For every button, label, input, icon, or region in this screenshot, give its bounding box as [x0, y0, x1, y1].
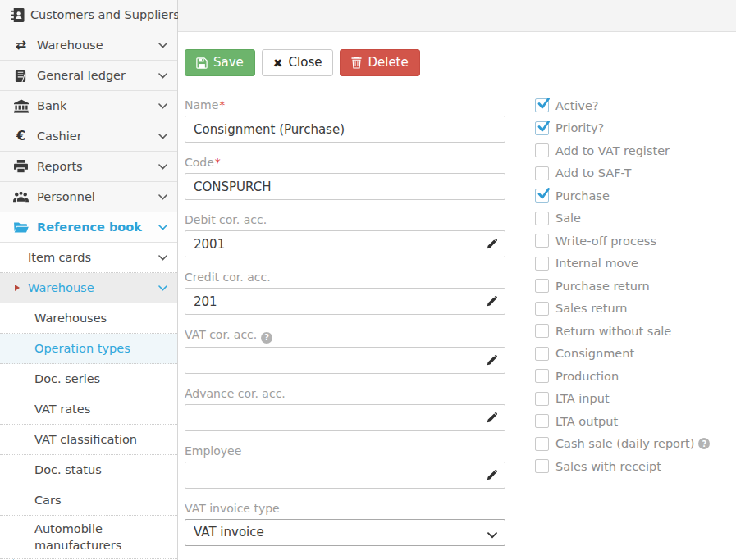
top-band: [178, 0, 736, 32]
code-field[interactable]: [185, 173, 505, 200]
pencil-icon: [487, 239, 497, 249]
check-icon: [537, 121, 551, 133]
vat-cor-acc-edit-button[interactable]: [478, 347, 505, 374]
checkbox-active[interactable]: Active?: [535, 94, 710, 117]
checkbox-box: [535, 437, 549, 451]
credit-cor-acc-field[interactable]: [185, 288, 478, 315]
credit-cor-acc-edit-button[interactable]: [478, 288, 505, 315]
debit-cor-acc-field[interactable]: [185, 230, 478, 257]
pencil-icon: [487, 296, 497, 307]
checkbox-label: Production: [555, 370, 619, 383]
close-button[interactable]: ✖ Close: [262, 49, 334, 76]
tree-item-label: Doc. status: [34, 463, 102, 476]
employee-form-group: Employee: [185, 444, 505, 489]
toolbar: Save ✖ Close Delete: [185, 49, 736, 76]
checkbox-label: LTA output: [555, 415, 618, 428]
sidebar-item-item-cards[interactable]: Item cards: [0, 243, 177, 273]
checkbox-lta-input[interactable]: LTA input: [535, 388, 710, 411]
operation-type-form: Save ✖ Close Delete Name*: [178, 32, 736, 559]
sidebar-item-warehouse[interactable]: ⇄ Warehouse: [0, 30, 177, 61]
employee-field[interactable]: [185, 462, 478, 489]
flags-column: Active? Priority? Add to VAT register Ad…: [535, 94, 710, 478]
checkbox-cash-sale-daily-report[interactable]: Cash sale (daily report) ?: [535, 433, 710, 456]
sidebar-item-reports[interactable]: Reports: [0, 152, 177, 182]
sidebar-item-warehouse-reference[interactable]: Warehouse: [0, 273, 177, 303]
checkbox-lta-output[interactable]: LTA output: [535, 410, 710, 433]
euro-icon: €: [11, 130, 31, 143]
save-button-label: Save: [213, 57, 244, 69]
advance-cor-acc-label: Advance cor. acc.: [185, 387, 505, 401]
tree-item-label: Warehouse: [28, 281, 94, 294]
tree-item-label: Item cards: [28, 251, 91, 264]
advance-cor-acc-edit-button[interactable]: [478, 404, 505, 431]
app-window: Customers and Suppliers ⇄ Warehouse Gene…: [0, 0, 736, 560]
debit-cor-acc-label: Debit cor. acc.: [185, 213, 505, 227]
reference-book-tree: Item cards Warehouse Warehouses Operatio…: [0, 243, 177, 560]
checkbox-add-to-vat-register[interactable]: Add to VAT register: [535, 139, 710, 162]
checkbox-sales-return[interactable]: Sales return: [535, 298, 710, 321]
save-button[interactable]: Save: [185, 49, 255, 76]
checkbox-label: Internal move: [555, 257, 638, 270]
sidebar-item-label: Bank: [37, 99, 158, 112]
vat-invoice-type-select[interactable]: VAT invoice: [185, 519, 505, 546]
checkbox-box: [535, 234, 549, 248]
sidebar-item-operation-types[interactable]: Operation types: [0, 334, 177, 364]
sidebar-item-general-ledger[interactable]: General ledger: [0, 61, 177, 91]
sidebar-item-cashier[interactable]: € Cashier: [0, 121, 177, 152]
ledger-book-icon: [11, 69, 31, 83]
sidebar-item-doc-series[interactable]: Doc. series: [0, 364, 177, 394]
sidebar-item-doc-status[interactable]: Doc. status: [0, 455, 177, 485]
checkbox-label: Consignment: [555, 347, 634, 360]
checkbox-consignment[interactable]: Consignment: [535, 343, 710, 366]
sidebar-item-vat-rates[interactable]: VAT rates: [0, 394, 177, 425]
checkbox-box: [535, 212, 549, 225]
delete-button-label: Delete: [368, 57, 408, 69]
check-icon: [537, 188, 551, 200]
checkbox-label: Active?: [555, 99, 599, 112]
checkbox-label: Purchase return: [555, 280, 650, 293]
required-marker: *: [219, 98, 225, 112]
debit-cor-acc-edit-button[interactable]: [478, 230, 505, 257]
sidebar-item-warehouses[interactable]: Warehouses: [0, 303, 177, 334]
checkbox-production[interactable]: Production: [535, 365, 710, 388]
sidebar-item-label: Cashier: [37, 130, 158, 143]
address-book-icon: [11, 8, 25, 22]
checkbox-label: Return without sale: [555, 325, 671, 338]
checkbox-sales-with-receipt[interactable]: Sales with receipt: [535, 455, 710, 478]
pencil-icon: [487, 412, 497, 423]
checkbox-priority[interactable]: Priority?: [535, 117, 710, 140]
sidebar-item-cars[interactable]: Cars: [0, 485, 177, 516]
checkbox-sale[interactable]: Sale: [535, 207, 710, 230]
sidebar-item-personnel[interactable]: Personnel: [0, 182, 177, 212]
credit-cor-acc-label: Credit cor. acc.: [185, 271, 505, 285]
close-icon: ✖: [273, 57, 283, 69]
sidebar-item-bank[interactable]: Bank: [0, 91, 177, 121]
employee-edit-button[interactable]: [478, 462, 505, 489]
sidebar-item-label: Reports: [37, 160, 158, 173]
checkbox-box: [535, 143, 549, 157]
checkbox-return-without-sale[interactable]: Return without sale: [535, 320, 710, 343]
sidebar-item-customers-and-suppliers[interactable]: Customers and Suppliers: [0, 0, 177, 30]
sidebar-item-vat-classification[interactable]: VAT classification: [0, 425, 177, 455]
vat-cor-acc-field[interactable]: [185, 347, 478, 374]
checkbox-write-off-process[interactable]: Write-off process: [535, 230, 710, 253]
tree-item-label: Automobile manufacturers: [34, 521, 149, 553]
advance-cor-acc-form-group: Advance cor. acc.: [185, 387, 505, 431]
sidebar-item-reference-book[interactable]: Reference book: [0, 212, 177, 243]
checkbox-purchase[interactable]: Purchase: [535, 184, 710, 207]
sidebar-item-label: Personnel: [37, 190, 158, 203]
sidebar-item-automobile-manufacturers[interactable]: Automobile manufacturers: [0, 516, 177, 559]
checkbox-purchase-return[interactable]: Purchase return: [535, 275, 710, 298]
exchange-arrows-icon: ⇄: [11, 39, 31, 52]
delete-button[interactable]: Delete: [340, 49, 419, 76]
chevron-down-icon: [158, 194, 167, 200]
name-form-group: Name*: [185, 98, 505, 143]
checkbox-internal-move[interactable]: Internal move: [535, 253, 710, 275]
advance-cor-acc-field[interactable]: [185, 404, 478, 431]
checkbox-add-to-saf-t[interactable]: Add to SAF-T: [535, 162, 710, 185]
checkbox-label: Add to VAT register: [555, 144, 670, 157]
sidebar: Customers and Suppliers ⇄ Warehouse Gene…: [0, 0, 178, 560]
pencil-icon: [487, 355, 497, 366]
name-field[interactable]: [185, 116, 505, 143]
pencil-icon: [487, 470, 497, 480]
